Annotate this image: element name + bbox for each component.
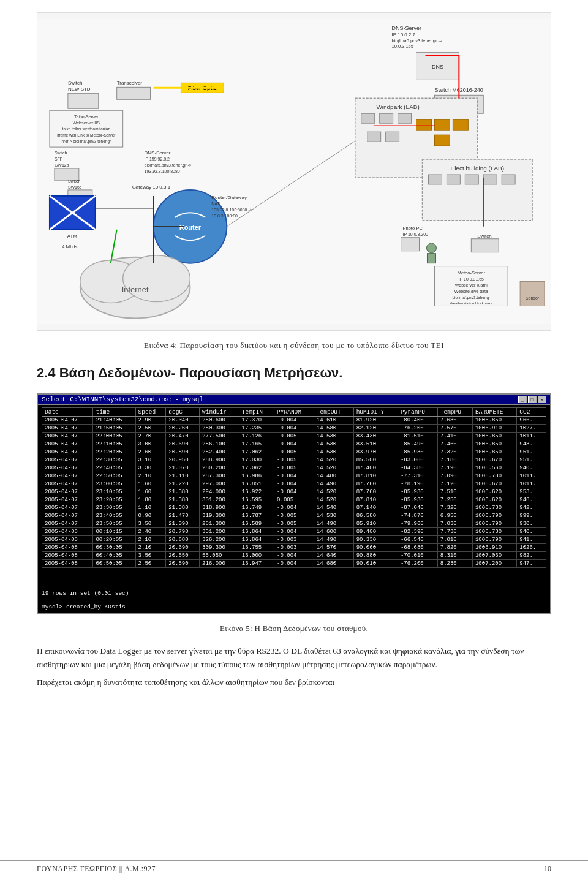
table-cell: 1027. xyxy=(517,425,546,433)
table-cell: 2005-04-07 xyxy=(42,440,93,448)
table-cell: 17.030 xyxy=(239,456,274,464)
table-cell: 1007.030 xyxy=(472,552,516,560)
svg-rect-54 xyxy=(368,132,381,142)
table-cell: 6.950 xyxy=(437,512,472,520)
table-cell: 87.760 xyxy=(353,488,398,496)
col-tempin: TempIN xyxy=(239,408,274,417)
svg-text:Switch: Switch xyxy=(68,179,81,183)
table-cell: 20.590 xyxy=(166,560,200,568)
footer-author: ΓΟΥΝΑΡΗΣ ΓΕΩΡΓΙΟΣ || Α.Μ.:927 xyxy=(37,864,156,874)
table-cell: -0.005 xyxy=(274,456,314,464)
terminal-footer: 19 rows in set (0.01 sec) mysql> created… xyxy=(38,589,550,613)
svg-text:biolimaf.pnv3.teher.gr: biolimaf.pnv3.teher.gr xyxy=(452,295,491,300)
table-cell: 16.755 xyxy=(239,544,274,552)
footer-prompt: mysql> created_by KOstis xyxy=(42,603,546,610)
table-cell: -80.400 xyxy=(398,417,437,425)
svg-rect-52 xyxy=(380,113,393,123)
table-cell: -87.040 xyxy=(398,504,437,512)
table-cell: 309.300 xyxy=(200,544,239,552)
table-cell: 1006.730 xyxy=(472,504,516,512)
svg-rect-73 xyxy=(427,254,435,263)
svg-rect-62 xyxy=(428,175,442,184)
col-speed: Speed xyxy=(135,408,166,417)
table-cell: 17.062 xyxy=(239,448,274,456)
table-cell: 946. xyxy=(517,496,546,504)
terminal-maximize-button[interactable]: □ xyxy=(528,396,537,403)
table-cell: -84.380 xyxy=(398,464,437,472)
table-cell: 7.460 xyxy=(437,440,472,448)
network-diagram: DNS-Server IP 10.0.2.7 bio(lina5.pnv3.te… xyxy=(37,12,551,331)
table-cell: 2005-04-07 xyxy=(42,417,93,425)
table-cell: 7.320 xyxy=(437,448,472,456)
svg-rect-66 xyxy=(502,175,515,184)
table-cell: 3.30 xyxy=(135,464,166,472)
table-cell: 21.380 xyxy=(166,496,200,504)
table-cell: -0.005 xyxy=(274,448,314,456)
terminal-minimize-button[interactable]: _ xyxy=(518,396,527,403)
svg-rect-51 xyxy=(361,113,375,123)
table-cell: 1026. xyxy=(517,544,546,552)
table-cell: 22:30:05 xyxy=(93,456,135,464)
table-cell: 22:00:05 xyxy=(93,433,135,440)
table-cell: -0.005 xyxy=(274,464,314,472)
table-cell: 7.090 xyxy=(437,472,472,480)
table-cell: -0.005 xyxy=(274,433,314,440)
col-co2: CO2 xyxy=(517,408,546,417)
table-cell: 21.380 xyxy=(166,504,200,512)
table-cell: 14.530 xyxy=(314,512,353,520)
table-cell: 1.80 xyxy=(135,496,166,504)
table-cell: 1006.790 xyxy=(472,520,516,528)
table-cell: 1006.850 xyxy=(472,433,516,440)
table-cell: -74.870 xyxy=(398,512,437,520)
svg-rect-64 xyxy=(465,175,478,184)
table-cell: -77.310 xyxy=(398,472,437,480)
paragraph-1: Η επικοινωνία του Data Logger με τον ser… xyxy=(37,644,551,671)
table-row: 2005-04-0723:00:051.6021.220297.00016.85… xyxy=(42,480,546,488)
svg-rect-53 xyxy=(398,113,412,123)
table-cell: -81.510 xyxy=(398,433,437,440)
table-row: 2005-04-0723:30:051.1021.380318.90016.74… xyxy=(42,504,546,512)
table-cell: 86.580 xyxy=(353,512,398,520)
table-cell: 00:30:05 xyxy=(93,544,135,552)
table-cell: 1006.670 xyxy=(472,456,516,464)
table-cell: -0.005 xyxy=(274,512,314,520)
table-cell: 948. xyxy=(517,440,546,448)
table-cell: 2005-04-07 xyxy=(42,456,93,464)
svg-text:Router: Router xyxy=(179,224,202,231)
table-cell: 216.000 xyxy=(200,560,239,568)
table-cell: 14.480 xyxy=(314,472,353,480)
footer-rows-info: 19 rows in set (0.01 sec) xyxy=(42,590,546,597)
table-cell: -66.540 xyxy=(398,536,437,544)
table-row: 2005-04-0721:50:052.5020.260280.30017.23… xyxy=(42,425,546,433)
table-cell: 14.530 xyxy=(314,433,353,440)
table-cell: 2.40 xyxy=(135,528,166,536)
table-row: 2005-04-0722:40:053.3021.070280.20017.06… xyxy=(42,464,546,472)
table-cell: 23:40:05 xyxy=(93,512,135,520)
table-cell: 2005-04-07 xyxy=(42,512,93,520)
terminal-body: Date time Speed degC WindDir TempIN PYRA… xyxy=(38,405,550,589)
table-cell: 21.380 xyxy=(166,488,200,496)
terminal-buttons[interactable]: _ □ × xyxy=(518,396,546,403)
table-cell: 16.986 xyxy=(239,472,274,480)
table-cell: 1006.850 xyxy=(472,448,516,456)
table-cell: 2005-04-07 xyxy=(42,448,93,456)
table-cell: 326.200 xyxy=(200,536,239,544)
table-cell: 20.690 xyxy=(166,544,200,552)
table-cell: 82.120 xyxy=(353,425,398,433)
table-cell: 930. xyxy=(517,520,546,528)
svg-text:Meteo-Server: Meteo-Server xyxy=(458,270,486,276)
svg-text:href-> biolimaf.pnv3.teher.gr: href-> biolimaf.pnv3.teher.gr xyxy=(61,139,111,144)
svg-text:IP 10.0.2.7: IP 10.0.2.7 xyxy=(392,32,416,37)
table-cell: 331.200 xyxy=(200,528,239,536)
table-cell: 21.220 xyxy=(166,480,200,488)
svg-text:GW12a: GW12a xyxy=(55,163,69,167)
svg-text:Gateway 10.0.3.1: Gateway 10.0.3.1 xyxy=(132,184,171,190)
table-cell: 940. xyxy=(517,464,546,472)
table-cell: 87.400 xyxy=(353,464,398,472)
table-header-row: Date time Speed degC WindDir TempIN PYRA… xyxy=(42,408,546,417)
table-cell: 947. xyxy=(517,560,546,568)
table-cell: 281.300 xyxy=(200,520,239,528)
terminal-close-button[interactable]: × xyxy=(538,396,546,403)
table-cell: 16.864 xyxy=(239,536,274,544)
table-cell: 294.000 xyxy=(200,488,239,496)
